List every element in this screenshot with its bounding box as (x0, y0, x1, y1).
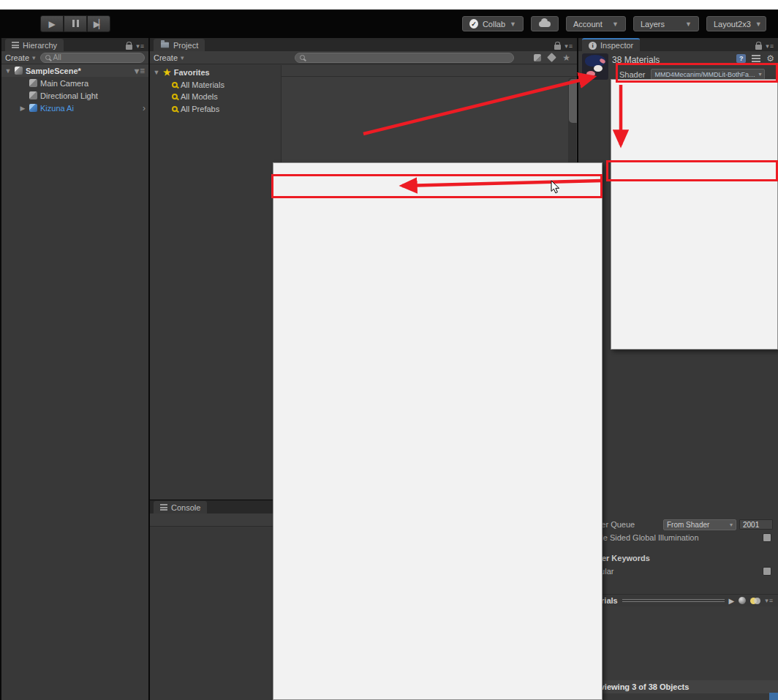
tree-item-saved-search[interactable]: All Prefabs (150, 103, 281, 116)
hierarchy-item[interactable]: Directional Light (1, 89, 148, 102)
layers-dropdown[interactable]: Layers ▼ (633, 16, 699, 31)
preview-caption: Previewing 3 of 38 Objects (578, 680, 778, 693)
inspector-tabbar: i Inspector ▾≡ (578, 38, 778, 51)
project-tree: ▼★FavoritesAll MaterialsAll ModelsAll Pr… (150, 65, 282, 500)
gameobject-label: Kizuna Ai (40, 104, 74, 113)
panel-menu-icon[interactable]: ▾≡ (766, 42, 774, 50)
panel-menu-icon[interactable]: ▾≡ (564, 42, 573, 50)
lock-icon[interactable] (126, 45, 132, 50)
render-queue-row: Render Queue From Shader ▾ 2001 (578, 518, 778, 531)
annotation-box-shader-field (616, 63, 778, 83)
hierarchy-item[interactable]: ▶Kizuna Ai› (1, 102, 148, 114)
tab-project[interactable]: Project (154, 39, 205, 51)
hierarchy-search-input[interactable]: All (40, 53, 145, 63)
playback-controls: ▶ ▶▏ (40, 15, 110, 32)
project-create-button[interactable]: Create ▾ (154, 53, 185, 62)
preview-lighting-icon[interactable] (750, 598, 760, 604)
tab-inspector[interactable]: i Inspector (582, 38, 640, 51)
prefab-arrow-icon[interactable]: › (143, 103, 146, 113)
folder-icon (161, 42, 169, 48)
tab-label: Console (171, 503, 200, 512)
render-queue-value-field[interactable]: 2001 (739, 519, 773, 530)
render-queue-dropdown[interactable]: From Shader ▾ (663, 519, 736, 530)
tree-item-saved-search[interactable]: All Materials (150, 79, 281, 91)
gameobject-label: Main Camera (40, 79, 88, 88)
lock-icon[interactable] (554, 45, 561, 50)
play-button[interactable]: ▶ (40, 15, 64, 32)
layers-label: Layers (641, 20, 665, 29)
search-by-type-icon[interactable] (534, 54, 541, 61)
hierarchy-panel: Hierarchy ▾≡ Create ▾ All ▼ SampleScene*… (1, 38, 148, 700)
chevron-down-icon: ▼ (510, 20, 516, 28)
create-label: Create (154, 53, 178, 62)
tree-item-favorites[interactable]: ▼★Favorites (150, 67, 281, 79)
search-by-label-icon[interactable] (547, 53, 556, 62)
step-button[interactable]: ▶▏ (87, 15, 110, 32)
hierarchy-tabbar: Hierarchy ▾≡ (1, 38, 148, 51)
gameobject-label: Directional Light (40, 91, 98, 100)
layout-dropdown[interactable]: Layout2x3 ▼ (706, 16, 766, 31)
search-icon (45, 55, 50, 60)
scene-menu-icon[interactable]: ▾≡ (135, 66, 146, 76)
chevron-down-icon: ▼ (755, 20, 762, 28)
help-icon[interactable]: ? (736, 54, 746, 63)
chevron-down-icon[interactable]: ▼ (153, 69, 160, 76)
cloud-icon (539, 21, 551, 27)
pause-button[interactable] (64, 15, 87, 32)
preview-play-icon[interactable]: ▶ (729, 597, 735, 605)
prefab-cube-icon (29, 104, 37, 112)
tab-hierarchy[interactable]: Hierarchy (5, 39, 64, 51)
scene-name: SampleScene* (26, 67, 81, 75)
tree-item-saved-search[interactable]: All Models (150, 91, 281, 103)
material-previews (578, 606, 778, 680)
annotation-box-mmd4mecanim (606, 160, 778, 181)
dsgi-checkbox[interactable] (763, 533, 771, 542)
play-icon: ▶ (48, 19, 55, 29)
hierarchy-create-button[interactable]: Create ▾ (5, 53, 37, 62)
tab-label: Project (173, 41, 198, 50)
search-icon (172, 82, 178, 88)
unity-scene-icon (15, 67, 23, 75)
tab-console[interactable]: Console (154, 501, 207, 513)
chevron-down-icon: ▾ (730, 522, 733, 528)
presets-icon[interactable] (752, 55, 760, 62)
window-top-strip (0, 0, 778, 10)
search-icon (172, 106, 178, 112)
breadcrumb[interactable] (282, 65, 577, 77)
preview-header[interactable]: Materials ▶ ▾≡ (578, 594, 778, 606)
tab-label: Inspector (600, 41, 633, 50)
project-search-input[interactable] (295, 53, 514, 63)
scene-row[interactable]: ▼ SampleScene* ▾≡ (1, 64, 148, 77)
tree-label: All Models (181, 92, 218, 101)
preview-splitter[interactable] (622, 599, 725, 602)
collab-check-icon: ✓ (469, 19, 478, 29)
preview-menu-icon[interactable]: ▾≡ (765, 597, 774, 604)
resize-corner (769, 693, 778, 700)
pause-icon (71, 19, 80, 29)
gear-icon[interactable]: ⚙ (766, 54, 774, 63)
search-icon (172, 94, 178, 99)
info-icon: i (589, 42, 597, 50)
tree-label: Favorites (174, 68, 210, 77)
cloud-button[interactable] (531, 16, 559, 31)
chevron-down-icon: ▾ (32, 54, 37, 61)
layout-label: Layout2x3 (714, 20, 751, 29)
tree-label: All Prefabs (181, 105, 219, 113)
chevron-down-icon: ▼ (685, 20, 692, 28)
chevron-down-icon[interactable]: ▼ (4, 67, 12, 75)
saved-search-star-icon[interactable]: ★ (562, 54, 570, 61)
panel-menu-icon[interactable]: ▾≡ (136, 42, 145, 50)
hierarchy-item[interactable]: Main Camera (1, 77, 148, 89)
lock-icon[interactable] (755, 45, 762, 50)
chevron-down-icon: ▼ (612, 20, 619, 28)
keyword-checkbox[interactable] (763, 567, 771, 576)
gameobject-icon (29, 91, 37, 99)
scrollbar-thumb[interactable] (569, 79, 577, 123)
collab-button[interactable]: ✓ Collab ▼ (462, 16, 524, 31)
preview-sphere-icon[interactable] (739, 597, 746, 604)
account-dropdown[interactable]: Account ▼ (566, 16, 626, 31)
hierarchy-toolbar: Create ▾ All (1, 51, 148, 64)
hierarchy-icon (12, 42, 19, 48)
chevron-right-icon: ▶ (19, 105, 26, 112)
dsgi-label: Double Sided Global Illumination (582, 533, 760, 542)
